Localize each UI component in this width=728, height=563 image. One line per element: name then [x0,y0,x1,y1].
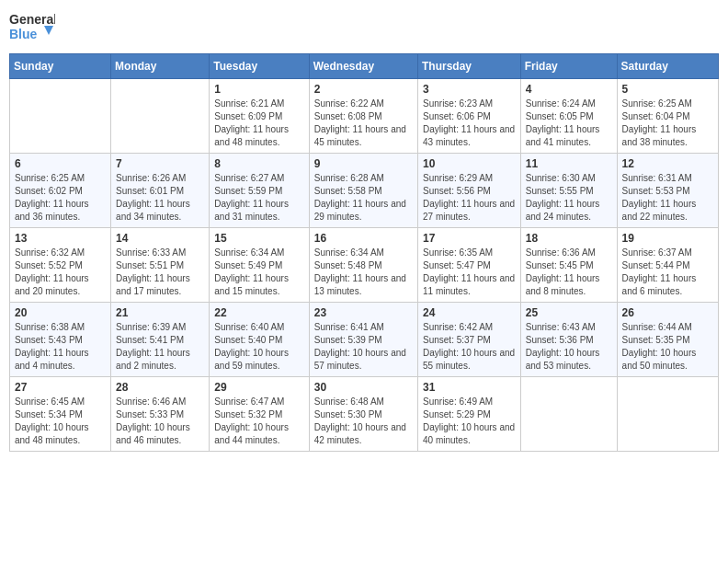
day-info: Sunrise: 6:36 AM Sunset: 5:45 PM Dayligh… [526,247,612,298]
calendar-cell: 7Sunrise: 6:26 AM Sunset: 6:01 PM Daylig… [111,154,210,228]
logo-svg: GeneralBlue [9,9,55,46]
calendar-cell: 24Sunrise: 6:42 AM Sunset: 5:37 PM Dayli… [418,303,521,377]
day-info: Sunrise: 6:42 AM Sunset: 5:37 PM Dayligh… [423,321,516,373]
day-info: Sunrise: 6:21 AM Sunset: 6:09 PM Dayligh… [214,98,303,149]
calendar-table: SundayMondayTuesdayWednesdayThursdayFrid… [9,53,719,452]
calendar-cell: 11Sunrise: 6:30 AM Sunset: 5:55 PM Dayli… [520,154,617,228]
day-info: Sunrise: 6:27 AM Sunset: 5:59 PM Dayligh… [214,172,303,224]
calendar-cell: 26Sunrise: 6:44 AM Sunset: 5:35 PM Dayli… [617,303,718,377]
day-info: Sunrise: 6:33 AM Sunset: 5:51 PM Dayligh… [116,247,204,298]
day-info: Sunrise: 6:38 AM Sunset: 5:43 PM Dayligh… [15,321,106,373]
calendar-cell: 3Sunrise: 6:23 AM Sunset: 6:06 PM Daylig… [418,79,521,154]
day-number: 4 [526,83,612,96]
day-number: 5 [622,83,713,96]
calendar-cell: 1Sunrise: 6:21 AM Sunset: 6:09 PM Daylig… [210,79,309,154]
calendar-cell: 6Sunrise: 6:25 AM Sunset: 6:02 PM Daylig… [10,154,111,228]
day-info: Sunrise: 6:35 AM Sunset: 5:47 PM Dayligh… [423,247,516,298]
day-number: 22 [214,306,303,319]
day-number: 14 [116,232,204,245]
day-info: Sunrise: 6:34 AM Sunset: 5:48 PM Dayligh… [314,247,413,298]
calendar-cell: 13Sunrise: 6:32 AM Sunset: 5:52 PM Dayli… [10,228,111,303]
calendar-cell: 16Sunrise: 6:34 AM Sunset: 5:48 PM Dayli… [309,228,417,303]
day-number: 31 [423,381,516,394]
day-number: 10 [423,157,516,170]
day-number: 11 [526,157,612,170]
calendar-cell: 27Sunrise: 6:45 AM Sunset: 5:34 PM Dayli… [10,377,111,452]
day-number: 7 [116,157,204,170]
day-number: 25 [526,306,612,319]
calendar-cell: 9Sunrise: 6:28 AM Sunset: 5:58 PM Daylig… [309,154,417,228]
calendar-cell: 29Sunrise: 6:47 AM Sunset: 5:32 PM Dayli… [210,377,309,452]
day-number: 16 [314,232,413,245]
day-info: Sunrise: 6:47 AM Sunset: 5:32 PM Dayligh… [214,396,303,447]
week-row-4: 20Sunrise: 6:38 AM Sunset: 5:43 PM Dayli… [10,303,719,377]
day-info: Sunrise: 6:32 AM Sunset: 5:52 PM Dayligh… [15,247,106,298]
day-number: 17 [423,232,516,245]
day-number: 24 [423,306,516,319]
logo: GeneralBlue [9,9,55,46]
day-number: 15 [214,232,303,245]
day-info: Sunrise: 6:26 AM Sunset: 6:01 PM Dayligh… [116,172,204,224]
days-header-row: SundayMondayTuesdayWednesdayThursdayFrid… [10,54,719,79]
day-number: 18 [526,232,612,245]
calendar-cell: 22Sunrise: 6:40 AM Sunset: 5:40 PM Dayli… [210,303,309,377]
day-info: Sunrise: 6:44 AM Sunset: 5:35 PM Dayligh… [622,321,713,373]
day-number: 27 [15,381,106,394]
calendar-cell: 4Sunrise: 6:24 AM Sunset: 6:05 PM Daylig… [520,79,617,154]
calendar-cell: 14Sunrise: 6:33 AM Sunset: 5:51 PM Dayli… [111,228,210,303]
day-number: 23 [314,306,413,319]
day-info: Sunrise: 6:48 AM Sunset: 5:30 PM Dayligh… [314,396,413,447]
day-number: 20 [15,306,106,319]
day-number: 21 [116,306,204,319]
calendar-cell: 30Sunrise: 6:48 AM Sunset: 5:30 PM Dayli… [309,377,417,452]
day-info: Sunrise: 6:45 AM Sunset: 5:34 PM Dayligh… [15,396,106,447]
calendar-cell: 15Sunrise: 6:34 AM Sunset: 5:49 PM Dayli… [210,228,309,303]
week-row-2: 6Sunrise: 6:25 AM Sunset: 6:02 PM Daylig… [10,154,719,228]
calendar-cell: 25Sunrise: 6:43 AM Sunset: 5:36 PM Dayli… [520,303,617,377]
day-info: Sunrise: 6:23 AM Sunset: 6:06 PM Dayligh… [423,98,516,149]
day-number: 12 [622,157,713,170]
day-number: 13 [15,232,106,245]
day-info: Sunrise: 6:34 AM Sunset: 5:49 PM Dayligh… [214,247,303,298]
day-info: Sunrise: 6:31 AM Sunset: 5:53 PM Dayligh… [622,172,713,224]
day-number: 8 [214,157,303,170]
page-header: GeneralBlue [9,9,719,46]
calendar-cell [111,79,210,154]
day-info: Sunrise: 6:30 AM Sunset: 5:55 PM Dayligh… [526,172,612,224]
day-info: Sunrise: 6:25 AM Sunset: 6:02 PM Dayligh… [15,172,106,224]
day-info: Sunrise: 6:28 AM Sunset: 5:58 PM Dayligh… [314,172,413,224]
calendar-cell: 20Sunrise: 6:38 AM Sunset: 5:43 PM Dayli… [10,303,111,377]
week-row-5: 27Sunrise: 6:45 AM Sunset: 5:34 PM Dayli… [10,377,719,452]
day-header-sunday: Sunday [10,54,111,79]
calendar-cell: 2Sunrise: 6:22 AM Sunset: 6:08 PM Daylig… [309,79,417,154]
day-number: 9 [314,157,413,170]
day-header-monday: Monday [111,54,210,79]
day-info: Sunrise: 6:29 AM Sunset: 5:56 PM Dayligh… [423,172,516,224]
day-number: 1 [214,83,303,96]
day-info: Sunrise: 6:39 AM Sunset: 5:41 PM Dayligh… [116,321,204,373]
calendar-cell: 23Sunrise: 6:41 AM Sunset: 5:39 PM Dayli… [309,303,417,377]
week-row-1: 1Sunrise: 6:21 AM Sunset: 6:09 PM Daylig… [10,79,719,154]
calendar-cell [10,79,111,154]
calendar-cell: 28Sunrise: 6:46 AM Sunset: 5:33 PM Dayli… [111,377,210,452]
day-number: 6 [15,157,106,170]
day-number: 30 [314,381,413,394]
calendar-cell [617,377,718,452]
calendar-cell: 5Sunrise: 6:25 AM Sunset: 6:04 PM Daylig… [617,79,718,154]
day-number: 28 [116,381,204,394]
day-info: Sunrise: 6:46 AM Sunset: 5:33 PM Dayligh… [116,396,204,447]
day-header-wednesday: Wednesday [309,54,417,79]
day-number: 3 [423,83,516,96]
calendar-cell: 17Sunrise: 6:35 AM Sunset: 5:47 PM Dayli… [418,228,521,303]
day-info: Sunrise: 6:40 AM Sunset: 5:40 PM Dayligh… [214,321,303,373]
calendar-cell: 21Sunrise: 6:39 AM Sunset: 5:41 PM Dayli… [111,303,210,377]
day-info: Sunrise: 6:41 AM Sunset: 5:39 PM Dayligh… [314,321,413,373]
day-info: Sunrise: 6:24 AM Sunset: 6:05 PM Dayligh… [526,98,612,149]
calendar-cell: 12Sunrise: 6:31 AM Sunset: 5:53 PM Dayli… [617,154,718,228]
day-header-tuesday: Tuesday [210,54,309,79]
calendar-cell: 18Sunrise: 6:36 AM Sunset: 5:45 PM Dayli… [520,228,617,303]
svg-text:General: General [9,12,55,27]
day-number: 29 [214,381,303,394]
calendar-cell [520,377,617,452]
day-number: 2 [314,83,413,96]
